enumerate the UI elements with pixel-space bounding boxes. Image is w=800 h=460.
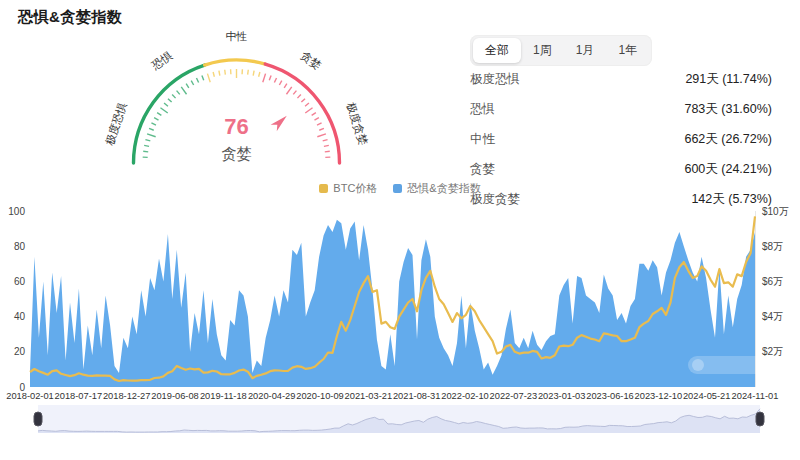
gauge-tick [274, 78, 276, 83]
stat-row: 恐惧783天 (31.60%) [470, 94, 772, 124]
legend-label: BTC价格 [333, 181, 377, 196]
gauge-arc-segment [205, 60, 266, 65]
y-left-tick-label: 100 [8, 206, 25, 217]
gauge-tick [196, 78, 198, 83]
x-tick-label: 2018-07-17 [55, 391, 103, 401]
gauge-tick [293, 91, 296, 95]
x-tick-label: 2023-12-10 [635, 391, 683, 401]
y-left-tick-label: 80 [14, 241, 26, 252]
y-right-tick-label: $4万 [762, 311, 783, 322]
legend-item[interactable]: BTC价格 [319, 181, 377, 196]
y-right-tick-label: $6万 [762, 276, 783, 287]
legend-label: 恐惧&贪婪指数 [407, 181, 480, 196]
y-left-tick-label: 40 [14, 311, 26, 322]
gauge-tick [286, 87, 291, 94]
gauge-tick [323, 140, 328, 141]
gauge-tick [312, 113, 316, 116]
gauge-tick [144, 145, 149, 146]
gauge-tick [186, 84, 189, 88]
fear-greed-gauge: 极度恐惧恐惧中性贪婪极度贪婪76贪婪 [100, 30, 380, 182]
gauge-tick [317, 134, 326, 137]
gauge-tick [145, 140, 150, 141]
y-right-tick-label: $8万 [762, 241, 783, 252]
gauge-needle-icon [271, 112, 290, 131]
gauge-tick [168, 99, 172, 102]
x-tick-label: 2020-04-29 [248, 391, 296, 401]
gauge-tick [149, 128, 154, 130]
stat-label: 恐惧 [470, 101, 495, 118]
x-tick-label: 2019-11-18 [200, 391, 247, 401]
gauge-tick [301, 99, 305, 102]
stat-label: 贪婪 [470, 161, 495, 178]
y-left-tick-label: 20 [14, 346, 26, 357]
gauge-status-label: 贪婪 [222, 145, 252, 162]
x-tick-label: 2022-02-10 [441, 391, 489, 401]
stat-value: 783天 (31.60%) [684, 101, 772, 118]
x-tick-label: 2021-03-21 [345, 391, 393, 401]
gauge-tick [225, 70, 226, 75]
gauge-tick [154, 118, 158, 120]
btc-price-line-series [30, 216, 755, 381]
index-area-series [30, 220, 755, 387]
gauge-tick [147, 134, 156, 137]
legend-item[interactable]: 恐惧&贪婪指数 [393, 181, 480, 196]
y-left-tick-label: 0 [19, 382, 25, 393]
y-right-tick-label: $2万 [762, 346, 783, 357]
gauge-tick [172, 94, 175, 98]
gauge-tick [269, 76, 271, 81]
gauge-tick [213, 72, 214, 77]
gauge-tick [219, 71, 220, 76]
gauge-tick [324, 145, 329, 146]
watermark-logo-icon [692, 359, 704, 371]
gauge-tick [305, 103, 309, 106]
brush-handle-right[interactable] [756, 412, 764, 426]
gauge-tick [253, 71, 254, 76]
x-tick-label: 2018-02-01 [6, 391, 54, 401]
gauge-tick [164, 103, 168, 106]
gauge-tick [279, 81, 281, 85]
stat-row: 极度恐惧291天 (11.74%) [470, 64, 772, 94]
brush-handle-left[interactable] [34, 412, 42, 426]
stat-row: 中性662天 (26.72%) [470, 124, 772, 154]
legend-swatch-icon [393, 184, 402, 193]
gauge-zone-label: 极度贪婪 [344, 100, 369, 147]
y-left-tick-label: 60 [14, 276, 26, 287]
tab-1月[interactable]: 1月 [564, 38, 607, 63]
gauge-tick [314, 118, 318, 120]
x-tick-label: 2023-01-03 [538, 391, 586, 401]
tab-1周[interactable]: 1周 [521, 38, 564, 63]
gauge-tick [297, 94, 300, 98]
stat-row: 贪婪600天 (24.21%) [470, 154, 772, 184]
time-range-tabs: 全部1周1月1年 [470, 35, 652, 66]
x-tick-label: 2019-06-08 [151, 391, 199, 401]
gauge-zone-label: 极度恐惧 [103, 101, 128, 148]
stat-value: 662天 (26.72%) [684, 131, 772, 148]
gauge-tick [319, 128, 324, 130]
chart-range-slider[interactable] [0, 404, 800, 440]
x-tick-label: 2018-12-27 [103, 391, 151, 401]
gauge-tick [259, 72, 260, 77]
x-tick-label: 2023-06-16 [586, 391, 634, 401]
gauge-tick [181, 87, 186, 94]
gauge-tick [160, 108, 167, 113]
tab-全部[interactable]: 全部 [473, 38, 521, 63]
legend-swatch-icon [319, 184, 328, 193]
x-tick-label: 2020-10-09 [296, 391, 344, 401]
gauge-value: 76 [224, 114, 248, 139]
page-title: 恐惧&贪婪指数 [18, 8, 122, 27]
gauge-tick [143, 151, 148, 152]
stat-label: 中性 [470, 131, 495, 148]
gauge-tick [177, 91, 180, 95]
gauge-tick [207, 74, 210, 83]
x-tick-label: 2024-05-21 [683, 391, 731, 401]
chart-legend: BTC价格恐惧&贪婪指数 [0, 181, 800, 196]
x-tick-label: 2021-08-31 [393, 391, 441, 401]
x-tick-label: 2022-07-23 [490, 391, 538, 401]
tab-1年[interactable]: 1年 [606, 38, 649, 63]
gauge-tick [305, 108, 312, 113]
gauge-tick [325, 151, 330, 152]
stat-label: 极度恐惧 [470, 71, 520, 88]
gauge-zone-label: 中性 [226, 30, 248, 42]
stat-value: 600天 (24.21%) [684, 161, 772, 178]
gauge-tick [317, 123, 322, 125]
